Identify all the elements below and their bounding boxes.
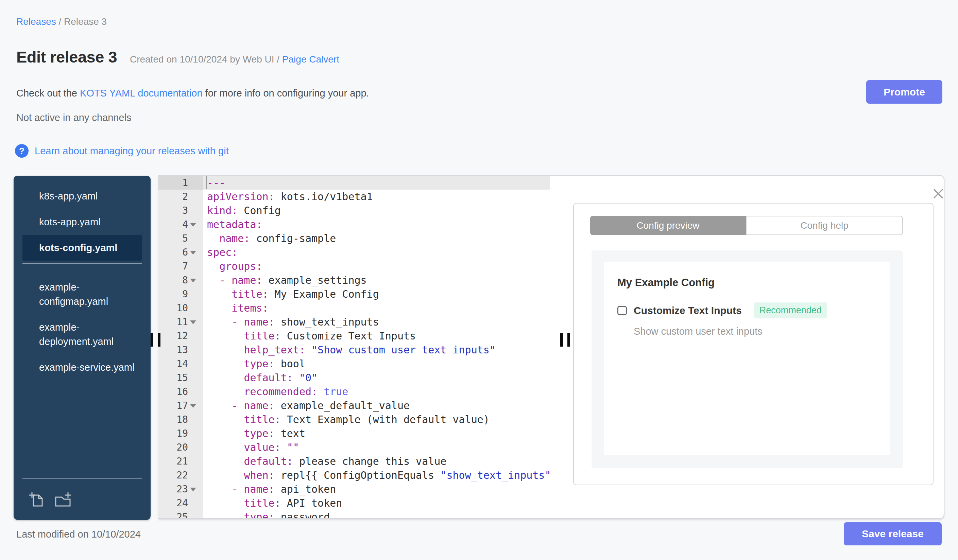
line-number: 24 [159,496,203,510]
breadcrumb: Releases / Release 3 [16,16,107,27]
channel-status: Not active in any channels [16,112,132,123]
code-line-20: 20 value: "" [159,440,550,454]
config-checkbox[interactable] [617,306,627,315]
pane-resizer-right[interactable] [560,333,570,346]
code-text: type: password [203,510,550,518]
code-line-3: 3kind: Config [159,204,550,217]
breadcrumb-separator: / [59,16,64,27]
code-line-2: 2apiVersion: kots.io/v1beta1 [159,190,550,204]
code-text: title: My Example Config [203,287,550,301]
line-number: 11 [159,315,203,329]
line-number: 13 [159,343,203,357]
code-line-11: 11 - name: show_text_inputs [159,315,550,329]
code-line-6: 6spec: [159,245,550,259]
sidebar-file-example-configmap.yaml[interactable]: example-configmap.yaml [22,274,147,314]
code-line-10: 10 items: [159,301,550,315]
code-text: - name: example_default_value [203,399,550,413]
code-text: default: please change this value [203,454,550,468]
config-item-row: Customize Text Inputs Recommended [617,302,876,318]
line-number: 25 [159,510,203,518]
line-number: 15 [159,371,203,384]
code-text: items: [203,301,550,315]
config-preview-card: My Example Config Customize Text Inputs … [604,262,890,456]
kots-yaml-doc-link[interactable]: KOTS YAML documentation [80,88,203,98]
line-number: 6 [159,245,203,259]
last-modified-text: Last modified on 10/10/2024 [16,529,141,540]
save-release-button[interactable]: Save release [844,522,942,546]
line-number: 1 [159,176,203,190]
config-item-label: Customize Text Inputs [634,305,742,316]
fold-arrow-icon[interactable] [190,404,196,408]
code-text: - name: show_text_inputs [203,315,550,329]
line-number: 19 [159,426,203,440]
code-text: default: "0" [203,371,550,384]
code-line-15: 15 default: "0" [159,371,550,384]
code-line-1: 1--- [159,176,550,190]
sidebar-file-kots-app.yaml[interactable]: kots-app.yaml [22,209,147,235]
code-text: when: repl{{ ConfigOptionEquals "show_te… [203,468,550,482]
code-line-5: 5 name: config-sample [159,231,550,245]
code-line-23: 23 - name: api_token [159,482,550,496]
line-number: 22 [159,468,203,482]
promote-button[interactable]: Promote [866,80,942,104]
breadcrumb-current: Release 3 [64,16,107,27]
recommended-badge: Recommended [754,302,827,318]
title-row: Edit release 3 Created on 10/10/2024 by … [16,47,339,66]
code-text: apiVersion: kots.io/v1beta1 [203,190,550,204]
code-text: - name: example_settings [203,273,550,287]
created-meta: Created on 10/10/2024 by Web UI / Paige … [130,54,339,65]
line-number: 2 [159,190,203,204]
fold-arrow-icon[interactable] [190,223,196,227]
new-folder-icon[interactable] [54,491,72,508]
git-help-link[interactable]: Learn about managing your releases with … [35,146,229,157]
sidebar-file-k8s-app.yaml[interactable]: k8s-app.yaml [22,183,147,209]
code-editor[interactable]: 1---2apiVersion: kots.io/v1beta13kind: C… [159,176,550,518]
code-line-13: 13 help_text: "Show custom user text inp… [159,343,550,357]
code-line-21: 21 default: please change this value [159,454,550,468]
sidebar-file-kots-config.yaml[interactable]: kots-config.yaml [22,235,142,261]
code-line-7: 7 groups: [159,259,550,273]
code-line-18: 18 title: Text Example (with default val… [159,413,550,426]
code-line-22: 22 when: repl{{ ConfigOptionEquals "show… [159,468,550,482]
config-item-help: Show custom user text inputs [617,326,876,337]
fold-arrow-icon[interactable] [190,278,196,282]
pane-resizer-left[interactable] [151,333,160,346]
sidebar-divider [22,263,142,264]
file-list-secondary: example-configmap.yamlexample-deployment… [14,267,151,380]
question-icon: ? [15,144,29,158]
sidebar-file-example-service.yaml[interactable]: example-service.yaml [22,354,147,380]
file-sidebar: k8s-app.yamlkots-app.yamlkots-config.yam… [14,176,151,520]
tab-config-preview[interactable]: Config preview [590,216,746,235]
line-number: 16 [159,384,203,399]
file-list-primary: k8s-app.yamlkots-app.yamlkots-config.yam… [14,176,151,261]
line-number: 8 [159,273,203,287]
code-text: recommended: true [203,384,550,399]
new-file-icon[interactable] [29,491,45,508]
tab-config-help[interactable]: Config help [746,216,903,235]
code-text: type: bool [203,357,550,371]
code-text: title: API token [203,496,550,510]
code-line-17: 17 - name: example_default_value [159,399,550,413]
line-number: 17 [159,399,203,413]
created-by-link[interactable]: Paige Calvert [282,54,339,65]
code-text: value: "" [203,440,550,454]
sidebar-file-example-deployment.yaml[interactable]: example-deployment.yaml [22,314,147,354]
line-number: 5 [159,231,203,245]
git-help-row[interactable]: ? Learn about managing your releases wit… [15,144,229,158]
code-line-14: 14 type: bool [159,357,550,371]
breadcrumb-releases-link[interactable]: Releases [16,16,56,27]
code-line-25: 25 type: password [159,510,550,518]
code-text: groups: [203,259,550,273]
line-number: 23 [159,482,203,496]
line-number: 20 [159,440,203,454]
code-text: help_text: "Show custom user text inputs… [203,343,550,357]
close-icon[interactable] [932,188,944,201]
code-line-16: 16 recommended: true [159,384,550,399]
code-text: metadata: [203,217,550,231]
line-number: 10 [159,301,203,315]
fold-arrow-icon[interactable] [190,251,196,255]
code-line-8: 8 - name: example_settings [159,273,550,287]
code-text: name: config-sample [203,231,550,245]
fold-arrow-icon[interactable] [190,320,196,324]
fold-arrow-icon[interactable] [190,487,196,491]
